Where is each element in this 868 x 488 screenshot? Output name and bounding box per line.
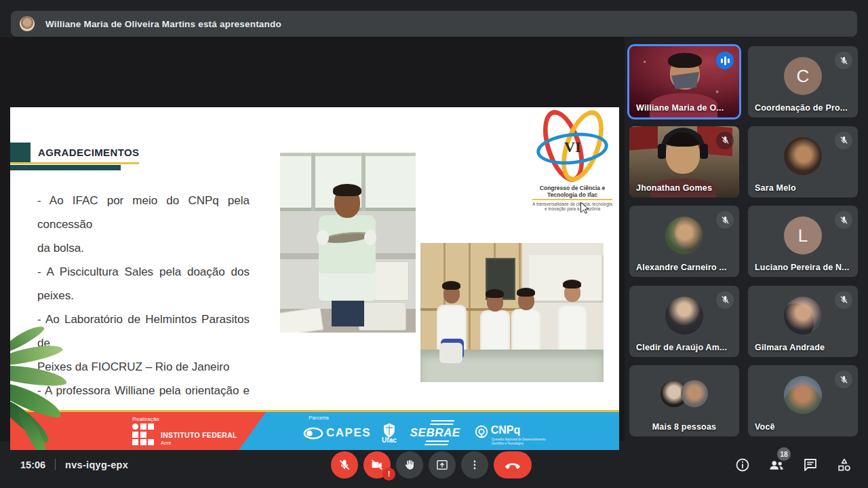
show-people-button[interactable]: 18 (768, 456, 785, 474)
raise-hand-button[interactable] (396, 451, 423, 478)
participant-tile-sara[interactable]: Sara Melo (748, 126, 858, 198)
chat-button[interactable] (802, 456, 819, 474)
participant-photo-avatar (665, 297, 703, 335)
footer-realizacao-label: Realização (132, 416, 159, 422)
meeting-details-button[interactable] (734, 456, 751, 474)
cnpq-subtitle-line2: Científico e Tecnológico (492, 442, 573, 446)
audio-level-icon (716, 52, 734, 69)
end-call-button[interactable] (494, 451, 532, 478)
logo-numeral: VI (564, 138, 580, 156)
participant-name: Cledir de Araújo Am... (636, 343, 727, 352)
participant-initial-avatar: L (784, 217, 822, 255)
camera-off-icon (370, 458, 384, 472)
participant-name: Williane Maria de O... (636, 103, 724, 113)
participants-panel: Williane Maria de O... C Coordenação de … (629, 46, 858, 436)
photo-lab-team (420, 243, 604, 382)
activities-icon (836, 457, 852, 473)
participant-initial-avatar: C (784, 57, 822, 95)
bullet-line: - Ao IFAC por meio do CNPq pela concessã… (37, 189, 250, 236)
ufac-label: Ufac (382, 436, 397, 444)
mic-off-button[interactable] (331, 451, 358, 478)
presentation-stage: AGRADECIMENTOS - Ao IFAC por meio do CNP… (0, 37, 625, 441)
mic-off-icon (716, 211, 734, 229)
meta-divider (55, 459, 56, 470)
camera-alert-badge: ! (382, 468, 395, 481)
overflow-avatars (660, 380, 708, 407)
clock-time: 15:06 (20, 459, 45, 470)
participant-tile-overflow[interactable]: Mais 8 pessoas (629, 365, 739, 436)
presenting-banner-text: Williane Maria de Oliveira Martins está … (45, 19, 281, 29)
participant-tile-williane[interactable]: Williane Maria de O... (629, 46, 739, 117)
info-icon (734, 457, 751, 473)
mic-off-icon (716, 291, 734, 309)
photo-lab-fish (280, 153, 416, 333)
bullet-line: da bolsa. (37, 236, 250, 260)
chat-icon (802, 457, 818, 473)
bullet-line: - A Piscicultura Sales pela doação dos (37, 260, 250, 284)
present-screen-button[interactable] (429, 451, 456, 478)
more-options-button[interactable] (461, 451, 488, 478)
participant-photo-avatar (784, 137, 822, 175)
participant-photo-avatar (665, 217, 703, 255)
participant-name: Coordenação de Pro... (755, 103, 848, 113)
participant-name: Você (755, 422, 775, 432)
presenter-avatar (20, 16, 35, 31)
logo-divider (532, 199, 612, 200)
ufac-shield-icon (382, 423, 396, 438)
mic-off-icon (716, 132, 734, 149)
bullet-line: peixes. (37, 284, 250, 307)
participant-name: Jhonathan Gomes (636, 183, 712, 193)
participant-tile-jhonathan[interactable]: Jhonathan Gomes (629, 126, 739, 198)
logo-title-line2: Tecnologia do Ifac (532, 191, 612, 198)
capes-eye-icon (303, 427, 323, 440)
participant-tile-coordenacao[interactable]: C Coordenação de Pro... (748, 46, 858, 117)
participant-tile-cledir[interactable]: Cledir de Araújo Am... (629, 286, 739, 357)
sebrae-label: SEBRAE (410, 426, 460, 439)
meeting-code: nvs-iqyg-epx (65, 459, 128, 470)
meeting-panels-bar: 18 (734, 441, 853, 488)
slide-title: AGRADECIMENTOS (38, 147, 140, 158)
participant-tile-alexandre[interactable]: Alexandre Carneiro ... (629, 206, 739, 277)
capes-label: CAPES (326, 426, 371, 440)
presented-slide: AGRADECIMENTOS - Ao IFAC por meio do CNP… (10, 107, 619, 450)
cnpq-label: CNPq (491, 424, 521, 436)
footer-parceria-label: Parceria (309, 415, 329, 421)
participant-name: Sara Melo (755, 183, 796, 193)
logo-subtitle-line1: A transversalidade da ciência, tecnologi… (523, 202, 619, 206)
end-call-icon (505, 457, 521, 473)
instituto-federal-label: INSTITUTO FEDERAL (161, 431, 237, 439)
camera-off-button[interactable]: ! (363, 451, 391, 478)
congress-logo: VI Congresso de Ciência e Tecnologia do … (532, 109, 612, 204)
activities-button[interactable] (835, 456, 853, 474)
capes-logo: CAPES (303, 426, 371, 440)
footer-partner-logos: CAPES Ufac SEBRAE CNPq (303, 422, 520, 444)
slide-title-accent-square (10, 143, 31, 163)
mic-off-icon (338, 458, 351, 472)
slide-title-teal-rule (10, 165, 121, 170)
participant-name: Gilmara Andrade (755, 343, 825, 352)
participant-tile-gilmara[interactable]: Gilmara Andrade (748, 286, 858, 357)
participant-photo-avatar (784, 376, 822, 414)
mic-off-icon (835, 371, 852, 388)
participant-name: Alexandre Carneiro ... (636, 263, 727, 272)
google-meet-window: { "presenting_banner": { "text": "Willia… (0, 0, 868, 488)
presenting-banner: Williane Maria de Oliveira Martins está … (11, 11, 857, 37)
ufac-logo: Ufac (382, 423, 397, 444)
participant-tile-luciano[interactable]: L Luciano Pereira de N... (748, 206, 858, 277)
logo-title-line1: Congresso de Ciência e (532, 185, 612, 191)
cnpq-icon (474, 424, 489, 439)
instituto-federal-estado: Acre (161, 440, 171, 446)
participant-name: Luciano Pereira de N... (755, 263, 849, 272)
instituto-federal-logo (132, 424, 154, 445)
participant-count-badge: 18 (777, 447, 791, 461)
mic-off-icon (835, 52, 852, 69)
sebrae-logo: SEBRAE (408, 426, 463, 440)
mic-off-icon (835, 211, 852, 229)
participant-tile-voce[interactable]: Você (748, 365, 858, 436)
participant-photo-avatar (784, 297, 822, 335)
present-screen-icon (435, 458, 449, 472)
cnpq-logo: CNPq Conselho Nacional de Desenvolviment… (474, 424, 521, 439)
raise-hand-icon (403, 458, 416, 472)
logo-subtitle-line2: e inovação para a Amazônia (523, 206, 619, 211)
mic-off-icon (835, 132, 852, 149)
